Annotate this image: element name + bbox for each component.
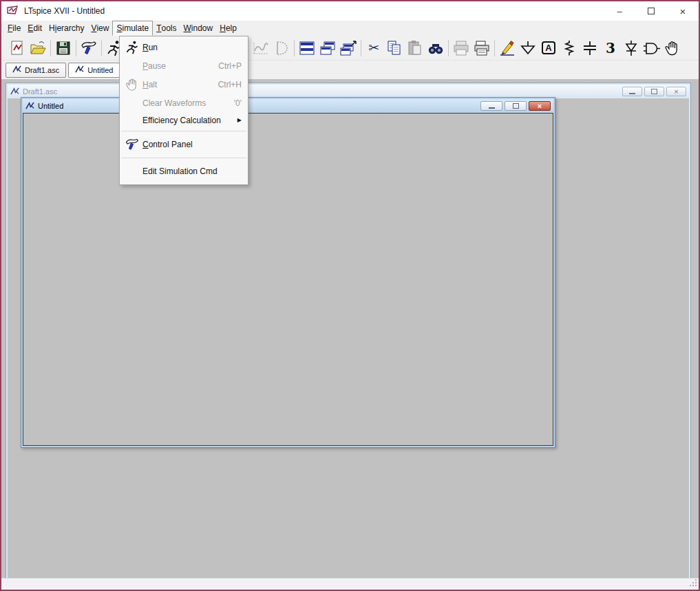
- ltspice-logo-icon: [6, 6, 19, 17]
- app-close-button[interactable]: ×: [667, 1, 699, 21]
- menu-item-label: Efficiency Calculation: [142, 116, 221, 125]
- schematic-doc-icon: [10, 87, 19, 96]
- minimize-button[interactable]: [622, 87, 642, 96]
- menu-item-clear-waveforms[interactable]: Clear Waveforms '0': [120, 94, 248, 112]
- drag-hand-button[interactable]: [662, 38, 683, 58]
- resistor-button[interactable]: [559, 38, 580, 58]
- menu-simulate[interactable]: Simulate: [112, 21, 153, 36]
- ground-button[interactable]: [518, 38, 538, 58]
- app-maximize-button[interactable]: [635, 1, 667, 21]
- restore-button[interactable]: [644, 87, 664, 96]
- diode-button[interactable]: [621, 38, 641, 58]
- app-title: LTspice XVII - Untitled: [24, 6, 105, 16]
- close-button[interactable]: ×: [666, 87, 686, 96]
- save-button[interactable]: [53, 38, 74, 58]
- label-net-button[interactable]: A: [538, 38, 559, 58]
- ltspice-app-window: LTspice XVII - Untitled – × File Edit Hi…: [0, 0, 700, 591]
- menu-item-efficiency-calculation[interactable]: Efficiency Calculation ▶: [120, 112, 248, 128]
- mdi-workspace: Draft1.asc × Untitled ×: [1, 79, 699, 578]
- menubar: File Edit Hierarchy View Simulate Tools …: [1, 21, 699, 36]
- shortcut-label: '0': [234, 98, 242, 108]
- cut-button[interactable]: ✂: [363, 38, 384, 58]
- menu-item-label: Clear Waveforms: [142, 98, 206, 108]
- menu-hierarchy[interactable]: Hierarchy: [45, 21, 87, 36]
- paste-button[interactable]: [405, 38, 425, 58]
- schematic-doc-icon: [25, 102, 34, 111]
- capacitor-button[interactable]: [580, 38, 600, 58]
- open-file-button[interactable]: [28, 38, 48, 58]
- inductor-button[interactable]: 3: [600, 38, 621, 58]
- cascade-windows-button[interactable]: [317, 38, 338, 58]
- window-draft1-titlebar[interactable]: Draft1.asc ×: [8, 85, 689, 98]
- toolbar-separator: [361, 40, 361, 56]
- close-icon: ×: [674, 88, 678, 96]
- restore-button[interactable]: [505, 101, 527, 111]
- window-untitled: Untitled ×: [21, 97, 555, 448]
- menu-item-label: Edit Simulation Cmd: [142, 166, 218, 176]
- submenu-arrow-icon: ▶: [237, 117, 242, 123]
- window-title: Untitled: [38, 102, 63, 110]
- schematic-doc-icon: [12, 65, 21, 74]
- menu-item-run[interactable]: Run: [120, 38, 248, 56]
- menu-item-label: Run: [142, 43, 158, 52]
- shortcut-label: Ctrl+H: [218, 80, 242, 89]
- cascade-new-window-button[interactable]: [338, 38, 359, 58]
- wire-pencil-button[interactable]: [497, 38, 518, 58]
- menu-item-halt[interactable]: Halt Ctrl+H: [120, 75, 248, 94]
- window-title: Draft1.asc: [23, 87, 57, 96]
- minimize-icon: [629, 93, 635, 94]
- tab-untitled[interactable]: Untitled: [68, 63, 120, 78]
- run-man-icon: [122, 40, 142, 55]
- toolbar-separator: [494, 40, 495, 56]
- print-button[interactable]: [451, 38, 471, 58]
- menu-window[interactable]: Window: [180, 21, 217, 36]
- print-setup-button[interactable]: [471, 38, 492, 58]
- menu-separator: [121, 158, 246, 158]
- menu-edit[interactable]: Edit: [24, 21, 45, 36]
- menu-item-edit-simulation-cmd[interactable]: Edit Simulation Cmd: [120, 161, 248, 182]
- resize-grip[interactable]: [689, 579, 697, 588]
- toolbar-separator: [76, 40, 76, 56]
- maximize-icon: [648, 8, 655, 14]
- menu-view[interactable]: View: [87, 21, 112, 36]
- toolbar: ✂ A 3: [1, 36, 699, 61]
- toolbar-separator: [448, 40, 449, 56]
- copy-button[interactable]: [384, 38, 405, 58]
- tab-label: Untitled: [87, 66, 113, 74]
- toolbar-separator: [50, 40, 51, 56]
- component-button[interactable]: [641, 38, 662, 58]
- menu-help[interactable]: Help: [216, 21, 240, 36]
- waveform-viewer-button[interactable]: [251, 38, 271, 58]
- control-panel-hammer-icon: [122, 137, 142, 152]
- restore-icon: [513, 103, 519, 109]
- app-titlebar[interactable]: LTspice XVII - Untitled – ×: [1, 1, 699, 21]
- toolbar-separator: [101, 40, 102, 56]
- restore-icon: [651, 89, 657, 94]
- tab-label: Draft1.asc: [25, 66, 59, 74]
- shortcut-label: Ctrl+P: [218, 61, 242, 71]
- control-panel-button[interactable]: [78, 38, 99, 58]
- menu-item-pause[interactable]: Pause Ctrl+P: [120, 56, 248, 75]
- app-minimize-button[interactable]: –: [604, 1, 635, 21]
- zoom-full-extents-button[interactable]: [271, 38, 292, 58]
- menu-item-control-panel[interactable]: Control Panel: [120, 134, 248, 155]
- tab-draft1[interactable]: Draft1.asc: [6, 63, 66, 78]
- menu-file[interactable]: File: [4, 21, 24, 36]
- document-tabbar: Draft1.asc Untitled: [1, 61, 699, 79]
- statusbar: [1, 578, 699, 590]
- minimize-button[interactable]: [480, 101, 502, 111]
- tile-horizontal-button[interactable]: [297, 38, 317, 58]
- minimize-icon: [489, 107, 495, 109]
- window-untitled-titlebar[interactable]: Untitled ×: [23, 99, 553, 113]
- close-button[interactable]: ×: [529, 101, 551, 111]
- menu-item-label: Halt: [142, 80, 157, 89]
- menu-item-label: Pause: [142, 61, 166, 71]
- schematic-doc-icon: [75, 65, 84, 74]
- toolbar-separator: [294, 40, 295, 56]
- new-schematic-button[interactable]: [7, 38, 28, 58]
- find-button[interactable]: [425, 38, 446, 58]
- close-icon: ×: [538, 103, 542, 110]
- menu-tools[interactable]: Tools: [153, 21, 180, 36]
- schematic-canvas-untitled[interactable]: [23, 113, 553, 446]
- menu-separator: [121, 131, 246, 131]
